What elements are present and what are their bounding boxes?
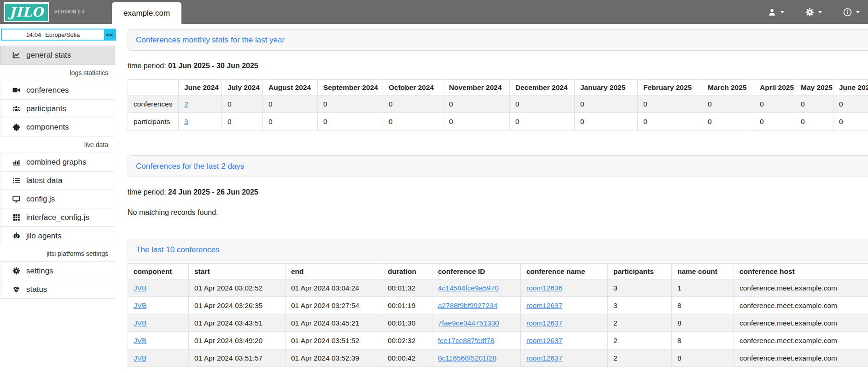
sidebar-section-live-data: live data bbox=[0, 136, 115, 153]
sidebar-item-status[interactable]: status bbox=[0, 280, 115, 299]
gear-icon bbox=[12, 267, 20, 275]
monthly-col-header: December 2024 bbox=[510, 80, 575, 95]
conf-cell: conference.meet.example.com bbox=[734, 314, 868, 332]
list-icon bbox=[12, 177, 20, 184]
conference-id-link[interactable]: fce17ce887fcdf78 bbox=[438, 337, 494, 344]
sidebar-section-jitsi-platforms-settings: jitsi platforms settings bbox=[0, 245, 115, 262]
bar-chart-icon bbox=[12, 158, 20, 166]
robot-icon bbox=[12, 232, 20, 240]
monthly-col-header: July 2024 bbox=[222, 80, 263, 95]
sidebar-item-label: general stats bbox=[26, 51, 71, 60]
info-menu[interactable] bbox=[843, 8, 860, 17]
conferences-count-link[interactable]: 2 bbox=[184, 100, 188, 108]
user-menu[interactable] bbox=[768, 8, 784, 17]
conference-id-link[interactable]: 7fae9ce344751330 bbox=[438, 319, 499, 327]
conf-cell: 01 Apr 2024 03:26:35 bbox=[189, 297, 285, 314]
conf-cell: JVB bbox=[128, 349, 189, 367]
conf-cell: 00:02:32 bbox=[382, 332, 432, 349]
sidebar-collapse-button[interactable]: << bbox=[104, 30, 115, 40]
conference-name-link[interactable]: room12637 bbox=[526, 302, 562, 309]
last-10-conferences-table: componentstartenddurationconference IDco… bbox=[128, 263, 868, 367]
sidebar-item-label: conferences bbox=[26, 86, 69, 95]
sidebar-item-label: config.js bbox=[26, 195, 55, 204]
conf-cell: conference.meet.example.com bbox=[734, 279, 868, 297]
conf-cell: 00:01:30 bbox=[382, 314, 432, 332]
monthly-col-header: June 2025 bbox=[833, 80, 868, 95]
sidebar-item-conferences[interactable]: conferences bbox=[0, 81, 115, 100]
conf-cell: JVB bbox=[128, 297, 189, 314]
conf-col-header: participants bbox=[608, 264, 672, 279]
conference-name-link[interactable]: room12637 bbox=[526, 319, 562, 327]
conf-col-header: conference host bbox=[734, 264, 868, 279]
clock-text: 14:04 Europe/Sofia bbox=[2, 30, 104, 40]
conf-cell: 00:01:32 bbox=[382, 279, 432, 297]
monthly-cell: 0 bbox=[575, 95, 638, 113]
conf-cell: 8 bbox=[672, 349, 734, 367]
video-icon bbox=[12, 86, 20, 94]
site-tab[interactable]: example.com bbox=[112, 2, 181, 24]
monthly-cell: 0 bbox=[575, 113, 638, 130]
grid-icon bbox=[12, 213, 20, 221]
conf-cell: 3 bbox=[608, 279, 672, 297]
sidebar-section-logs-statistics: logs statistics bbox=[0, 65, 115, 81]
conf-cell: 4c14584fce9a5970 bbox=[432, 279, 521, 297]
sidebar-item-settings[interactable]: settings bbox=[0, 261, 115, 280]
table-row: JVB01 Apr 2024 03:51:5701 Apr 2024 03:52… bbox=[128, 349, 868, 367]
monthly-cell: 0 bbox=[383, 113, 443, 130]
conference-name-link[interactable]: room12637 bbox=[526, 354, 562, 362]
monthly-col-header: June 2024 bbox=[179, 80, 222, 95]
last2days-time-period-value: 24 Jun 2025 - 26 Jun 2025 bbox=[168, 188, 258, 196]
participants-count-link[interactable]: 3 bbox=[184, 118, 188, 125]
puzzle-icon bbox=[12, 123, 20, 131]
conf-cell: 01 Apr 2024 03:49:20 bbox=[189, 332, 285, 349]
sidebar-item-jilo-agents[interactable]: jilo agents bbox=[0, 226, 115, 245]
conf-cell: room12637 bbox=[521, 349, 608, 367]
conf-col-header: start bbox=[189, 264, 285, 279]
table-row: conferences2000000000000 bbox=[128, 95, 868, 113]
sidebar-nav: general statslogs statisticsconferencesp… bbox=[0, 46, 116, 299]
sidebar-item-label: components bbox=[26, 123, 69, 132]
monthly-cell: 0 bbox=[638, 95, 702, 113]
sidebar-item-latest-data[interactable]: latest data bbox=[0, 171, 115, 190]
settings-menu[interactable] bbox=[805, 8, 822, 17]
component-link[interactable]: JVB bbox=[134, 337, 146, 344]
sidebar-item-label: settings bbox=[26, 266, 53, 276]
conf-cell: 8c116568f5201f28 bbox=[432, 349, 521, 367]
component-link[interactable]: JVB bbox=[134, 354, 146, 362]
conference-id-link[interactable]: 8c116568f5201f28 bbox=[438, 354, 496, 362]
sidebar-item-components[interactable]: components bbox=[0, 118, 115, 136]
sidebar-item-combined-graphs[interactable]: combined graphs bbox=[0, 153, 115, 172]
monthly-cell: 0 bbox=[638, 113, 702, 130]
component-link[interactable]: JVB bbox=[134, 302, 146, 309]
gear-icon bbox=[805, 8, 814, 17]
conf-cell: 00:00:42 bbox=[382, 349, 432, 367]
monthly-cell: 0 bbox=[383, 95, 443, 113]
monthly-col-header: February 2025 bbox=[638, 80, 702, 95]
sidebar-item-participants[interactable]: participants bbox=[0, 99, 115, 118]
monthly-cell: 0 bbox=[510, 113, 575, 130]
conference-name-link[interactable]: room12636 bbox=[526, 284, 562, 292]
section-title-last-2-days: Conferences for the last 2 days bbox=[128, 155, 868, 177]
sidebar-item-interface-config-js[interactable]: interface_config.js bbox=[0, 208, 115, 227]
monthly-cell: 0 bbox=[318, 113, 383, 130]
component-link[interactable]: JVB bbox=[134, 284, 146, 292]
monthly-col-header: April 2025 bbox=[754, 80, 795, 95]
monthly-col-header: October 2024 bbox=[383, 80, 443, 95]
conference-id-link[interactable]: 4c14584fce9a5970 bbox=[438, 284, 499, 292]
last2days-time-period: time period: 24 Jun 2025 - 26 Jun 2025 bbox=[128, 188, 868, 196]
sidebar-item-label: jilo agents bbox=[26, 231, 62, 241]
conf-cell: 01 Apr 2024 03:43:51 bbox=[189, 314, 285, 332]
monthly-cell: 0 bbox=[754, 113, 795, 130]
conference-name-link[interactable]: room12637 bbox=[526, 337, 562, 344]
conf-col-header: conference ID bbox=[432, 264, 521, 279]
conf-cell: 01 Apr 2024 03:52:39 bbox=[285, 349, 382, 367]
table-row: JVB01 Apr 2024 03:49:2001 Apr 2024 03:51… bbox=[128, 332, 868, 349]
sidebar-item-config-js[interactable]: config.js bbox=[0, 189, 115, 208]
jilo-logo: JILO bbox=[4, 2, 49, 22]
users-icon bbox=[12, 105, 20, 112]
table-row: JVB01 Apr 2024 03:02:5201 Apr 2024 03:04… bbox=[128, 279, 868, 297]
sidebar-item-general-stats[interactable]: general stats bbox=[0, 46, 115, 65]
component-link[interactable]: JVB bbox=[134, 319, 146, 327]
conference-id-link[interactable]: a2788f9bf9927234 bbox=[438, 302, 497, 309]
topbar: JILO VERSION 0.4 example.com bbox=[0, 0, 868, 24]
